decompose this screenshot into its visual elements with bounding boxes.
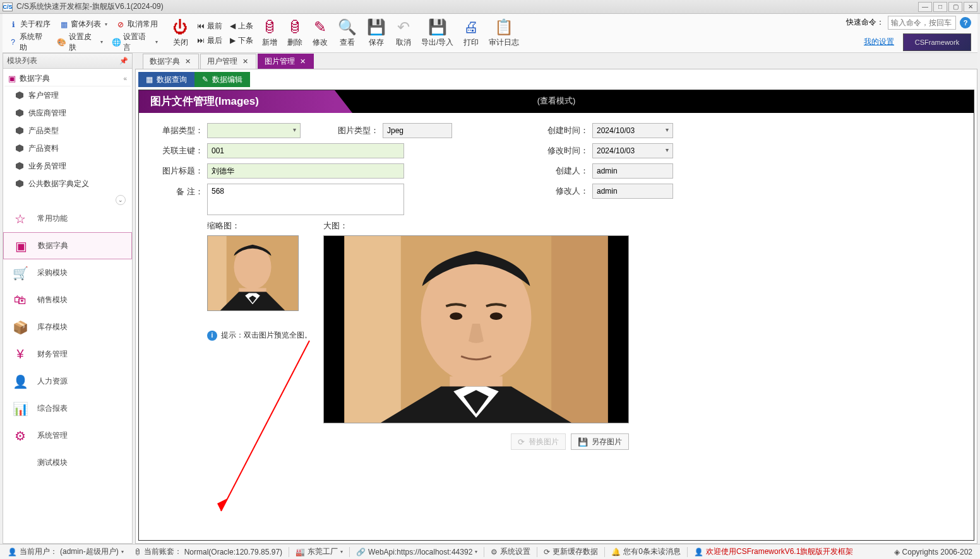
toolbar-cancel: ↶取消 <box>391 14 416 52</box>
status-refresh[interactable]: ⟳更新缓存数据 <box>540 546 602 557</box>
doc-tab[interactable]: 图片管理✕ <box>258 54 314 69</box>
module-label: 财务管理 <box>37 349 68 360</box>
expand-chevron[interactable]: ⌄ <box>116 195 126 205</box>
toolbar-view[interactable]: 🔍查看 <box>333 14 362 52</box>
tree-root[interactable]: ▣ 数据字典 « <box>4 71 131 86</box>
toolbar-import-export[interactable]: 💾导出/导入 <box>416 14 458 52</box>
big-image[interactable] <box>323 235 629 423</box>
tree-item[interactable]: 产品类型 <box>4 122 131 139</box>
portrait-big <box>324 236 628 423</box>
close-window-button[interactable]: ✕ <box>964 2 977 12</box>
save-icon: 💾 <box>367 18 386 36</box>
my-settings-link[interactable]: 我的设置 <box>864 37 894 47</box>
toolbar-first[interactable]: ⏮最前 <box>197 21 222 32</box>
status-unread[interactable]: 🔔您有0条未读消息 <box>607 546 684 557</box>
toolbar-prev[interactable]: ◀上条 <box>230 21 253 32</box>
module-icon: 📊 <box>12 401 28 417</box>
status-settings[interactable]: ⚙系统设置 <box>487 546 534 557</box>
toolbar-add[interactable]: 🛢新增 <box>257 14 282 52</box>
module-item[interactable]: ☆常用功能 <box>3 205 132 232</box>
subtab-query[interactable]: ▦数据查询 <box>138 72 194 87</box>
subtab-edit[interactable]: ✎数据编辑 <box>194 72 250 87</box>
cube-icon <box>16 109 23 117</box>
collapse-icon[interactable]: « <box>123 75 127 82</box>
menu-help-label: 系统帮助 <box>20 32 49 53</box>
big-label: 大图： <box>323 220 629 232</box>
create-time-field[interactable]: 2024/10/03 <box>592 123 673 138</box>
module-label: 库存模块 <box>37 322 68 332</box>
window-title: C/S系统快速开发框架-旗舰版V6.1(2024-09) <box>16 1 918 12</box>
tree-item-label: 产品资料 <box>28 143 59 154</box>
print-icon: 🖨 <box>463 18 479 36</box>
status-factory[interactable]: 🏭东莞工厂▾ <box>292 546 347 557</box>
next-icon: ▶ <box>230 36 236 45</box>
chevron-down-icon: ▾ <box>100 39 103 45</box>
database-delete-icon: 🛢 <box>287 18 302 36</box>
close-tab-icon[interactable]: ✕ <box>241 57 249 66</box>
img-title-field[interactable] <box>207 163 404 179</box>
document-tabs: 数据字典✕用户管理✕图片管理✕ <box>135 53 977 69</box>
tree-item[interactable]: 供应商管理 <box>4 104 131 122</box>
tree-item[interactable]: 业务员管理 <box>4 157 131 175</box>
doc-tab[interactable]: 用户管理✕ <box>200 54 256 69</box>
menu-cancel-common[interactable]: ⊘取消常用 <box>112 18 162 32</box>
close-tab-icon[interactable]: ✕ <box>184 57 192 66</box>
thumbnail-image[interactable] <box>207 235 299 311</box>
module-item[interactable]: 👤人力资源 <box>3 368 132 395</box>
toolbar-delete[interactable]: 🛢删除 <box>282 14 308 52</box>
undo-icon: ↶ <box>397 18 410 36</box>
label-creator: 创建人： <box>539 165 592 177</box>
help-button[interactable]: ? <box>960 17 971 28</box>
status-db[interactable]: 🛢当前账套：Normal(Oracle:120.79.85.97) <box>130 546 286 557</box>
menu-about[interactable]: ℹ关于程序 <box>5 18 54 32</box>
toolbar-close[interactable]: ⏻关闭 <box>168 14 193 52</box>
menu-windows[interactable]: ▦窗体列表▾ <box>56 18 111 32</box>
close-tab-icon[interactable]: ✕ <box>299 57 307 66</box>
module-item[interactable]: ▣数据字典 <box>3 232 132 259</box>
rel-key-field[interactable] <box>207 143 404 158</box>
minimize-button[interactable]: — <box>918 2 932 12</box>
menu-lang[interactable]: 🌐设置语言▾ <box>108 35 162 49</box>
toolbar-next[interactable]: ▶下条 <box>230 35 253 46</box>
toolbar-print[interactable]: 🖨打印 <box>458 14 484 52</box>
tree-item[interactable]: 产品资料 <box>4 139 131 157</box>
toolbar-modify[interactable]: ✎修改 <box>308 14 333 52</box>
toolbar-audit[interactable]: 📋审计日志 <box>484 14 524 52</box>
maximize-button[interactable]: ▢ <box>948 2 962 12</box>
database-icon: 🛢 <box>134 548 141 556</box>
portrait-thumb <box>208 236 298 310</box>
menu-help[interactable]: ?系统帮助 <box>5 35 52 49</box>
hint-text: 提示：双击图片预览全图。 <box>221 330 312 341</box>
pin-icon[interactable]: 📌 <box>119 57 128 65</box>
doc-type-select[interactable] <box>207 123 301 138</box>
menu-cancel-common-label: 取消常用 <box>128 19 158 30</box>
doc-tab[interactable]: 数据字典✕ <box>143 54 199 69</box>
status-user[interactable]: 👤当前用户：(admin-超级用户)▾ <box>4 546 128 557</box>
save-image-button[interactable]: 💾另存图片 <box>571 433 629 450</box>
remark-field[interactable] <box>207 184 404 215</box>
module-item[interactable]: ¥财务管理 <box>3 341 132 368</box>
tree-item[interactable]: 客户管理 <box>4 86 131 104</box>
tree-item[interactable]: 公共数据字典定义 <box>4 175 131 192</box>
module-icon: ¥ <box>12 346 28 363</box>
doc-tab-label: 数据字典 <box>150 56 180 67</box>
tree-item-label: 产品类型 <box>28 126 59 136</box>
toolbar-last[interactable]: ⏭最后 <box>197 35 222 46</box>
menu-lang-label: 设置语言 <box>123 32 152 53</box>
menu-bar: ℹ关于程序 ▦窗体列表▾ ⊘取消常用 ?系统帮助 🎨设置皮肤▾ 🌐设置语言▾ <box>3 14 164 53</box>
page-title: 图片文件管理(Images) <box>150 94 259 109</box>
module-item[interactable]: ⚙系统管理 <box>3 422 132 449</box>
status-webapi[interactable]: 🔗WebApi:https://localhost:44392▾ <box>352 548 481 556</box>
info-icon: i <box>207 331 217 341</box>
module-item[interactable]: 测试模块 <box>3 449 132 476</box>
restore-button[interactable]: □ <box>933 2 947 12</box>
module-item[interactable]: 🛍销售模块 <box>3 286 132 314</box>
module-item[interactable]: 📦库存模块 <box>3 314 132 341</box>
csframework-badge[interactable]: CSFramework <box>903 33 971 51</box>
menu-skin[interactable]: 🎨设置皮肤▾ <box>54 35 107 49</box>
tree-item-label: 公共数据字典定义 <box>28 179 89 189</box>
quick-cmd-input[interactable] <box>888 16 956 30</box>
modify-time-field[interactable]: 2024/10/03 <box>592 143 673 158</box>
module-item[interactable]: 📊综合报表 <box>3 395 132 422</box>
module-item[interactable]: 🛒采购模块 <box>3 259 132 286</box>
